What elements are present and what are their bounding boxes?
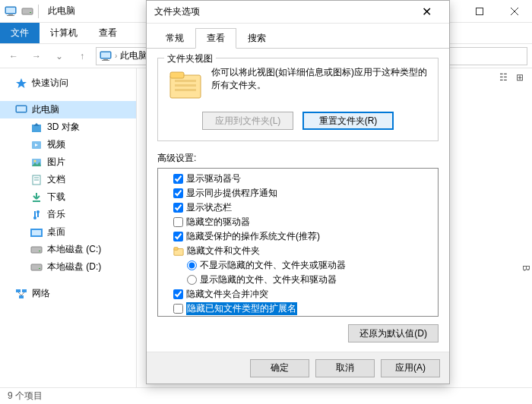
svg-rect-1 <box>6 8 15 13</box>
nav-up-button[interactable]: ↑ <box>73 47 91 65</box>
window-title: 此电脑 <box>48 5 75 17</box>
advanced-setting-row[interactable]: 隐藏空的驱动器 <box>160 215 436 229</box>
restore-defaults-button[interactable]: 还原为默认值(D) <box>348 324 439 342</box>
dialog-title: 文件夹选项 <box>154 5 200 18</box>
breadcrumb-text: 此电脑 <box>120 49 147 62</box>
svg-rect-13 <box>102 60 109 61</box>
ribbon-tab-file[interactable]: 文件 <box>0 23 40 43</box>
svg-rect-35 <box>22 289 27 292</box>
reset-folders-button[interactable]: 重置文件夹(R) <box>302 112 394 130</box>
tree-item-icon <box>30 191 43 204</box>
setting-label: 隐藏空的驱动器 <box>186 216 250 229</box>
folder-view-text: 你可以将此视图(如详细信息或图标)应用于这种类型的所有文件夹。 <box>211 66 429 103</box>
setting-checkbox[interactable] <box>173 289 183 299</box>
view-icons-button[interactable]: ⊞ <box>512 70 527 85</box>
svg-marker-14 <box>16 78 27 88</box>
advanced-setting-row[interactable]: 显示同步提供程序通知 <box>160 186 436 200</box>
setting-label: 隐藏已知文件类型的扩展名 <box>186 302 297 315</box>
apply-button[interactable]: 应用(A) <box>381 359 440 377</box>
setting-checkbox[interactable] <box>173 203 183 213</box>
svg-rect-43 <box>175 89 196 91</box>
pc-icon <box>5 5 17 17</box>
tree-item-icon <box>30 261 43 273</box>
svg-rect-30 <box>31 247 42 253</box>
setting-checkbox[interactable] <box>173 232 183 241</box>
svg-point-27 <box>36 210 40 213</box>
status-bar: 9 个项目 <box>0 387 532 404</box>
advanced-setting-row[interactable]: 隐藏受保护的操作系统文件(推荐) <box>160 229 436 244</box>
setting-label: 不显示隐藏的文件、文件夹或驱动器 <box>200 259 346 272</box>
svg-rect-3 <box>7 15 14 16</box>
svg-rect-31 <box>39 251 40 251</box>
dialog-tabs: 常规 查看 搜索 <box>147 24 449 49</box>
setting-label: 显示隐藏的文件、文件夹和驱动器 <box>200 273 337 286</box>
ok-button[interactable]: 确定 <box>250 359 309 377</box>
folder-options-dialog: 文件夹选项 ✕ 常规 查看 搜索 文件夹视图 你可以将此视图(如详细信息或图标)… <box>146 0 450 384</box>
disk-icon[interactable] <box>21 5 33 17</box>
sidebar-sub-item[interactable]: 文档 <box>0 171 136 188</box>
ribbon-tab-computer[interactable]: 计算机 <box>40 23 88 43</box>
setting-checkbox[interactable] <box>173 304 183 314</box>
svg-rect-11 <box>101 52 110 58</box>
svg-line-38 <box>21 292 24 295</box>
sidebar-sub-item[interactable]: 图片 <box>0 153 136 171</box>
svg-rect-32 <box>31 264 42 270</box>
sidebar-sub-item[interactable]: 下载 <box>0 188 136 206</box>
tab-search[interactable]: 搜索 <box>236 28 277 49</box>
sidebar-sub-item[interactable]: 本地磁盘 (C:) <box>0 241 136 258</box>
advanced-setting-row[interactable]: 显示状态栏 <box>160 200 436 215</box>
advanced-setting-row[interactable]: 隐藏文件夹合并冲突 <box>160 287 436 301</box>
sidebar-sub-item[interactable]: 音乐 <box>0 206 136 223</box>
maximize-button[interactable] <box>462 0 497 23</box>
view-details-button[interactable]: ☷ <box>496 70 511 85</box>
setting-checkbox[interactable] <box>173 217 183 227</box>
dialog-button-row: 确定 取消 应用(A) <box>147 352 449 383</box>
sidebar-quick-access[interactable]: 快速访问 <box>0 74 136 92</box>
nav-back-button[interactable]: ← <box>5 47 23 65</box>
tree-item-icon <box>30 122 43 134</box>
tab-general[interactable]: 常规 <box>154 28 195 49</box>
nav-forward-button[interactable]: → <box>27 47 46 65</box>
sidebar-sub-item[interactable]: 桌面 <box>0 223 136 241</box>
svg-rect-2 <box>8 14 13 15</box>
svg-rect-36 <box>19 295 24 298</box>
sidebar-network[interactable]: 网络 <box>0 285 136 302</box>
tree-item-icon <box>30 174 43 186</box>
setting-checkbox[interactable] <box>173 174 183 184</box>
advanced-setting-row[interactable]: 显示驱动器号 <box>160 172 436 186</box>
dialog-close-button[interactable]: ✕ <box>411 2 442 23</box>
ribbon-tab-view[interactable]: 查看 <box>88 23 128 43</box>
tree-item-icon <box>30 209 43 221</box>
sidebar-sub-item[interactable]: 本地磁盘 (D:) <box>0 258 136 276</box>
nav-dropdown-button[interactable]: ⌄ <box>50 47 68 65</box>
sidebar-sub-item[interactable]: 视频 <box>0 136 136 153</box>
folder-view-group: 文件夹视图 你可以将此视图(如详细信息或图标)应用于这种类型的所有文件夹。 应用… <box>157 58 439 141</box>
close-button[interactable] <box>497 0 532 23</box>
tab-view[interactable]: 查看 <box>195 28 236 49</box>
setting-radio[interactable] <box>187 275 197 285</box>
advanced-setting-row[interactable]: 隐藏已知文件类型的扩展名 <box>160 301 436 316</box>
svg-rect-40 <box>170 72 184 78</box>
svg-rect-33 <box>39 268 40 269</box>
advanced-settings-list[interactable]: 显示驱动器号显示同步提供程序通知显示状态栏隐藏空的驱动器隐藏受保护的操作系统文件… <box>157 168 439 317</box>
info-side-label: B <box>521 265 531 271</box>
setting-radio[interactable] <box>187 260 197 270</box>
tree-item-icon <box>30 156 43 169</box>
apply-to-folders-button: 应用到文件夹(L) <box>202 112 293 130</box>
svg-rect-29 <box>32 230 41 235</box>
cancel-button[interactable]: 取消 <box>315 359 375 377</box>
pc-icon <box>15 104 27 116</box>
advanced-setting-row[interactable]: 用彩色显示加密或压缩的 NTFS 文件 <box>160 316 436 317</box>
advanced-setting-row: 隐藏文件和文件夹 <box>160 244 436 258</box>
setting-checkbox[interactable] <box>173 188 183 198</box>
pc-icon <box>100 50 112 62</box>
svg-rect-7 <box>477 8 483 14</box>
sidebar-sub-item[interactable]: 3D 对象 <box>0 118 136 136</box>
advanced-setting-row[interactable]: 不显示隐藏的文件、文件夹或驱动器 <box>160 258 436 273</box>
folder-icon <box>167 66 204 103</box>
setting-label: 显示同步提供程序通知 <box>186 187 277 200</box>
sidebar-this-pc[interactable]: 此电脑 <box>0 101 136 118</box>
svg-rect-4 <box>22 8 33 14</box>
advanced-setting-row[interactable]: 显示隐藏的文件、文件夹和驱动器 <box>160 273 436 287</box>
svg-rect-5 <box>30 12 31 13</box>
